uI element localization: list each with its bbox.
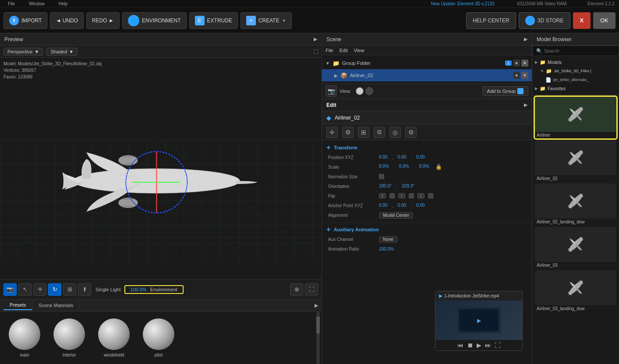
select-btn[interactable]: ↖ xyxy=(18,283,32,296)
video-prev-btn[interactable]: ⏮ xyxy=(457,342,463,349)
search-input[interactable] xyxy=(544,48,615,53)
create-button[interactable]: + CREATE ▼ xyxy=(241,12,292,29)
ok-button[interactable]: OK xyxy=(593,12,615,29)
group-visibility-btn[interactable]: ■ xyxy=(513,60,520,67)
video-fullscreen-btn[interactable]: ⛶ xyxy=(495,342,501,349)
normalize-checkbox[interactable] xyxy=(379,174,384,179)
edit-more-icon[interactable]: ⚙ xyxy=(405,127,417,138)
environment-box[interactable]: 100.0% Environment xyxy=(124,285,184,294)
material-scrollbar[interactable] xyxy=(316,312,320,364)
video-next-btn[interactable]: ⏭ xyxy=(485,342,491,349)
models-arrow[interactable]: ▶ xyxy=(535,60,538,64)
view-circle-2[interactable] xyxy=(365,87,373,95)
anchor-z[interactable]: 0.00 xyxy=(416,203,424,208)
rotate-btn[interactable]: ↻ xyxy=(48,283,61,296)
group-folder-arrow[interactable]: ▼ xyxy=(325,61,330,66)
material-sphere-pilot[interactable] xyxy=(143,318,174,350)
edit-transform-icon[interactable]: ✛ xyxy=(326,127,338,138)
scene-menu-file[interactable]: File xyxy=(325,48,333,53)
flip-x[interactable]: X xyxy=(379,193,386,198)
scene-menu-edit[interactable]: Edit xyxy=(340,48,348,53)
preview-expand-btn[interactable]: ▶ xyxy=(314,36,317,42)
scene-expand-btn[interactable]: ▶ xyxy=(524,36,527,42)
shaded-dropdown[interactable]: Shaded ▼ xyxy=(46,48,78,56)
close-button[interactable]: X xyxy=(573,12,591,29)
menu-file[interactable]: File xyxy=(4,1,18,6)
perspective-dropdown[interactable]: Perspective ▼ xyxy=(4,48,43,56)
airliner-close-btn[interactable]: ✕ xyxy=(521,72,528,79)
tabs-expand-btn[interactable]: ▶ xyxy=(315,303,318,308)
material-scrollbar-thumb[interactable] xyxy=(316,316,320,334)
transform-btn[interactable]: ⬆ xyxy=(78,283,91,296)
pos-y[interactable]: 0.00 xyxy=(398,155,406,160)
environment-button[interactable]: 🌐 ENVIRONMENT xyxy=(122,12,187,29)
video-thumbnail[interactable]: ▶ xyxy=(435,300,522,340)
add-to-group-btn[interactable]: Add to Group xyxy=(482,86,528,96)
view-circle-1[interactable] xyxy=(356,87,364,95)
scale-lock-icon[interactable]: 🔒 xyxy=(435,164,442,170)
help-center-button[interactable]: HELP CENTER xyxy=(466,12,516,29)
alignment-value[interactable]: Model Center xyxy=(379,212,413,219)
presets-tab[interactable]: Presets xyxy=(4,300,32,310)
flip-x-check[interactable] xyxy=(389,193,395,198)
edit-expand-btn[interactable]: ▶ xyxy=(524,102,527,108)
scene-camera-btn[interactable]: 📷 xyxy=(325,85,337,97)
extrude-button[interactable]: E EXTRUDE xyxy=(189,12,238,29)
model-card-airliner-02[interactable]: Airliner_02 xyxy=(535,140,616,182)
airliner-visibility-btn[interactable]: ■ xyxy=(513,72,520,79)
favorites-arrow[interactable]: ▶ xyxy=(535,86,538,91)
3d-viewport[interactable]: Model: Models/Jet_Strike_3D_Files/Airlin… xyxy=(0,58,322,279)
material-interior[interactable]: interior xyxy=(53,318,85,357)
edit-clone-icon[interactable]: ⧉ xyxy=(374,127,385,138)
redo-button[interactable]: REDO ► xyxy=(86,12,120,29)
scale-z[interactable]: 8.0% xyxy=(419,164,429,170)
orbit-btn[interactable]: ⊕ xyxy=(290,283,303,296)
viewport-expand-btn[interactable]: ⛶ xyxy=(313,49,318,54)
model-card-airliner[interactable]: Airliner xyxy=(535,97,616,138)
scale-btn[interactable]: ⊞ xyxy=(63,283,76,296)
material-sphere-main[interactable] xyxy=(9,318,40,350)
pos-z[interactable]: 0.00 xyxy=(416,155,424,160)
jet-strike-arrow[interactable]: ▼ xyxy=(540,69,544,73)
scene-menu-view[interactable]: View xyxy=(354,48,364,53)
edit-material-icon[interactable]: ◎ xyxy=(389,127,401,138)
video-play-btn[interactable]: ▶ xyxy=(477,342,481,349)
model-card-airliner-03[interactable]: Airliner_03 xyxy=(535,227,616,269)
scene-materials-tab[interactable]: Scene Materials xyxy=(32,301,80,310)
3d-store-button[interactable]: 🌐 3D STORE xyxy=(519,12,570,29)
model-card-airliner-02-landing[interactable]: Airliner_02_landing_dow xyxy=(535,184,616,225)
orient-x[interactable]: 180.0° xyxy=(379,184,392,189)
import-button[interactable]: ⬆ IMPORT xyxy=(4,12,47,29)
material-windshield[interactable]: windshield xyxy=(98,318,130,357)
anchor-y[interactable]: 0.00 xyxy=(398,203,406,208)
airliner-arrow[interactable]: ▶ xyxy=(334,73,338,78)
video-stop-btn[interactable]: ⏹ xyxy=(467,342,473,349)
pos-x[interactable]: 0.00 xyxy=(379,155,387,160)
edit-settings-icon[interactable]: ⚙ xyxy=(342,127,354,138)
material-sphere-interior[interactable] xyxy=(53,318,85,350)
flip-z[interactable]: Z xyxy=(417,193,424,198)
menu-window[interactable]: Window xyxy=(25,1,48,6)
flip-y-check[interactable] xyxy=(409,193,414,198)
edit-grid-icon[interactable]: ⊞ xyxy=(358,127,369,138)
model-card-airliner-03-landing[interactable]: Airliner_03_landing_dow xyxy=(535,270,616,312)
undo-button[interactable]: ◄ UNDO xyxy=(50,12,84,29)
animation-ratio-value[interactable]: 100.0% xyxy=(379,247,394,251)
group-close-btn[interactable]: ✕ xyxy=(521,60,528,67)
move-btn[interactable]: ✛ xyxy=(33,283,46,296)
fullscreen-btn[interactable]: ⛶ xyxy=(305,283,318,296)
airliner-02-row[interactable]: ▶ 📦 Airliner_02 ■ ✕ xyxy=(322,69,532,81)
material-pilot[interactable]: pilot xyxy=(143,318,174,357)
orient-y[interactable]: 329.3° xyxy=(402,184,414,189)
flip-z-check[interactable] xyxy=(428,193,433,198)
camera-mode-btn[interactable]: 📷 xyxy=(4,283,17,296)
anchor-x[interactable]: 0.00 xyxy=(379,203,387,208)
group-folder-row[interactable]: ▼ 📁 Group Folder 1 ■ ✕ xyxy=(322,57,532,69)
flip-y[interactable]: Y xyxy=(398,193,405,198)
material-sphere-windshield[interactable] xyxy=(98,318,130,350)
scale-x[interactable]: 8.0% xyxy=(379,164,389,170)
scale-y[interactable]: 8.0% xyxy=(399,164,409,170)
menu-help[interactable]: Help xyxy=(55,1,71,6)
aux-channel-value[interactable]: None xyxy=(379,236,397,243)
material-main[interactable]: main xyxy=(9,318,40,357)
